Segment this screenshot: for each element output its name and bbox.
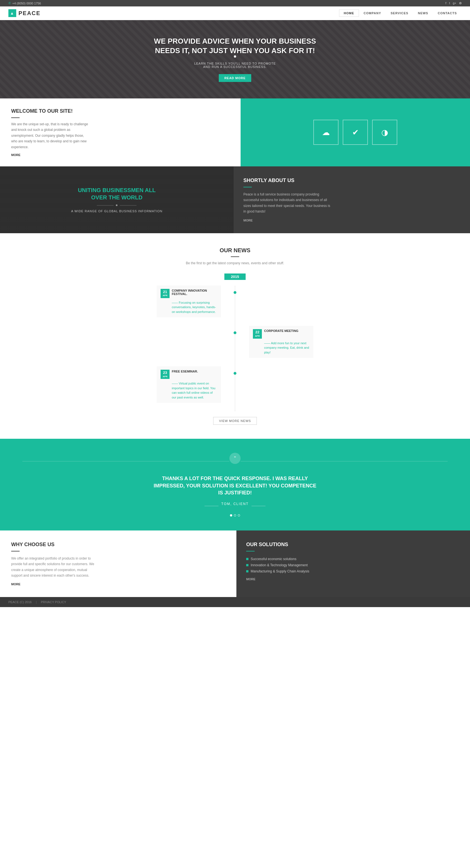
news-header-divider [231,256,239,257]
divider-right [241,461,448,461]
testimonial-author: TOM, CLIENT [221,502,249,506]
news-card-3-header: 23 APR FREE ESEMINAR. [160,370,217,379]
divider-line-left [97,205,114,206]
about-section: UNITING BUSINESSMEN ALL OVER THE WORLD A… [0,166,470,233]
news-item-2: 22 APR CORPORATE MEETING —— Add more fun… [157,326,313,358]
nav-home[interactable]: HOME [339,9,359,17]
about-headline-line1: UNITING BUSINESSMEN ALL OVER THE WORLD [71,187,163,201]
read-more-button[interactable]: READ MORE [219,74,251,82]
testimonial-dot-3[interactable] [238,514,240,517]
news-card-2-desc: —— Add more fun to your next company mee… [253,341,310,355]
about-left-divider [71,205,163,206]
news-year-wrap: 2015 [22,274,448,280]
feature-check[interactable]: ✔ [343,120,368,145]
welcome-divider [11,118,20,118]
timeline-dot-2 [234,331,236,334]
nav-services[interactable]: SERVICES [386,9,413,17]
divider-dot [116,205,117,206]
timeline-dot-1 [234,291,236,294]
googleplus-icon[interactable]: g+ [453,1,456,5]
about-right-body: Peace is a full service business company… [243,191,333,215]
about-headline-plain: OVER THE [91,194,120,200]
author-line-right [252,506,265,506]
why-choose: WHY CHOOSE US We offer an integrated por… [0,530,236,597]
hero-section: WE PROVIDE ADVICE WHEN YOUR BUSINESS NEE… [0,20,470,98]
news-card-1: 21 APR COMPANY INNOVATION FESTIVAL. —— F… [157,285,221,318]
news-dash-2: —— [264,341,271,345]
pinterest-icon[interactable]: ✿ [459,1,462,5]
quote-icon: " [229,453,241,464]
check-icon: ✔ [352,128,359,137]
news-date-1: 21 APR [160,289,170,298]
nav-company[interactable]: COMPANY [359,9,386,17]
welcome-left: WELCOME TO OUR SITE! We are the unique s… [0,98,241,166]
testimonial-quote: THANKS A LOT FOR THE QUICK RESPONSE. I W… [151,475,319,496]
site-header: ▲ PEACE HOME COMPANY SERVICES NEWS CONTA… [0,6,470,20]
solutions-divider [246,551,255,552]
about-headline-colored: WORLD [121,194,143,200]
why-choose-title: WHY CHOOSE US [11,542,225,548]
footer-privacy[interactable]: PRIVACY POLICY [41,600,66,604]
news-card-3: 23 APR FREE ESEMINAR. —— Virtual public … [157,366,221,403]
news-card-3-desc: —— Virtual public event on important top… [160,381,217,400]
logo[interactable]: ▲ PEACE [8,9,40,17]
news-card-1-header: 21 APR COMPANY INNOVATION FESTIVAL. [160,289,217,298]
welcome-more-link[interactable]: MORE [11,153,229,157]
welcome-body: We are the unique set-up, that is ready … [11,121,90,150]
about-left-content: UNITING BUSINESSMEN ALL OVER THE WORLD A… [71,187,163,213]
nav-news[interactable]: NEWS [413,9,433,17]
social-links[interactable]: f t g+ ✿ [445,1,462,5]
testimonial-top-divider: " [22,453,448,469]
features-right: ☁ ✔ ◑ [241,98,470,166]
welcome-title: WELCOME TO OUR SITE! [11,108,229,114]
welcome-section: WELCOME TO OUR SITE! We are the unique s… [0,98,470,166]
divider-line-right [120,205,137,206]
news-card-2-header: 22 APR CORPORATE MEETING [253,329,310,338]
bottom-section: WHY CHOOSE US We offer an integrated por… [0,530,470,597]
testimonial-author-wrap: TOM, CLIENT [22,502,448,510]
solutions-title: OUR SOLUTIONS [246,542,460,548]
about-right-divider [243,187,252,187]
about-right: SHORTLY ABOUT US Peace is a full service… [234,166,470,233]
twitter-icon[interactable]: t [449,1,450,5]
solution-item-1: Successful economic solutions [246,557,460,561]
phone-icon: ✆ [8,1,11,5]
news-section: OUR NEWS Be the first to get the latest … [0,233,470,439]
site-footer: PEACE (C) 2016 | PRIVACY POLICY [0,597,470,607]
view-more-news-button[interactable]: VIEW MORE NEWS [213,417,257,425]
facebook-icon[interactable]: f [445,1,446,5]
why-choose-body: We offer an integrated portfolio of prod… [11,556,95,579]
hero-dot-divider [234,55,236,58]
news-timeline: 21 APR COMPANY INNOVATION FESTIVAL. —— F… [157,285,313,412]
solution-item-2: Innovation & Technology Management [246,563,460,567]
news-dash-1: —— [172,301,179,304]
news-dash-3: —— [172,382,179,385]
testimonial-dot-2[interactable] [234,514,236,517]
news-date-2: 22 APR [253,329,262,338]
divider-left [22,461,229,461]
news-date-3: 23 APR [160,370,170,379]
main-nav: HOME COMPANY SERVICES NEWS CONTACTS [339,9,462,17]
footer-divider: | [36,600,37,604]
our-solutions: OUR SOLUTIONS Successful economic soluti… [236,530,470,597]
hero-subtitle: LEARN THE SKILLS YOU'LL NEED TO PROMOTE … [190,62,280,68]
testimonial-section: " THANKS A LOT FOR THE QUICK RESPONSE. I… [0,439,470,530]
about-left-subtitle: A WIDE RANGE OF GLOBAL BUSINESS INFORMAT… [71,210,163,213]
news-year-badge: 2015 [224,274,246,280]
about-more-link[interactable]: MORE [243,219,460,222]
cloud-icon: ☁ [322,128,330,137]
hero-headline: WE PROVIDE ADVICE WHEN YOUR BUSINESS NEE… [151,37,319,56]
news-header: OUR NEWS Be the first to get the latest … [22,247,448,265]
solution-item-3: Manufacturing & Supply Chain Analysis [246,569,460,573]
phone-number: +4 (8050) 0000 1756 [12,2,41,5]
nav-contacts[interactable]: CONTACTS [433,9,462,17]
solutions-more-link[interactable]: MORE [246,578,460,581]
testimonial-dots[interactable] [22,514,448,517]
testimonial-dot-1[interactable] [230,514,232,517]
why-more-link[interactable]: MORE [11,583,225,586]
feature-half-circle[interactable]: ◑ [372,120,397,145]
news-subtitle: Be the first to get the latest company n… [22,261,448,265]
why-divider [11,551,20,552]
solution-bullet-3 [246,570,248,572]
feature-cloud[interactable]: ☁ [313,120,339,145]
